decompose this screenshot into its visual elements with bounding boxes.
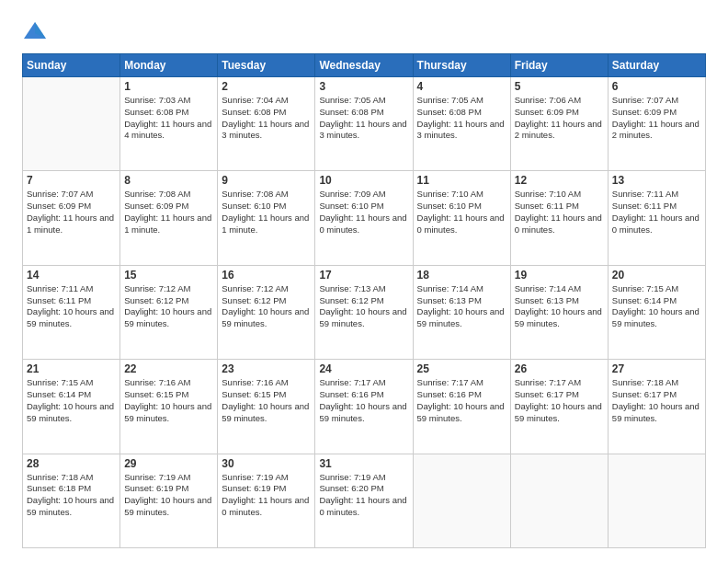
day-info: Sunrise: 7:03 AM Sunset: 6:08 PM Dayligh… [124,95,213,142]
calendar-col-header: Saturday [608,54,705,77]
calendar-cell: 16Sunrise: 7:12 AM Sunset: 6:12 PM Dayli… [218,265,315,359]
day-info: Sunrise: 7:16 AM Sunset: 6:15 PM Dayligh… [124,377,213,424]
day-info: Sunrise: 7:07 AM Sunset: 6:09 PM Dayligh… [612,95,701,142]
calendar-cell [510,454,608,547]
calendar-cell: 23Sunrise: 7:16 AM Sunset: 6:15 PM Dayli… [218,360,315,454]
day-info: Sunrise: 7:14 AM Sunset: 6:13 PM Dayligh… [417,283,506,330]
day-info: Sunrise: 7:19 AM Sunset: 6:19 PM Dayligh… [124,472,213,519]
day-number: 16 [222,269,311,282]
day-info: Sunrise: 7:12 AM Sunset: 6:12 PM Dayligh… [222,283,311,330]
day-number: 11 [417,174,506,187]
day-info: Sunrise: 7:08 AM Sunset: 6:10 PM Dayligh… [222,189,311,236]
calendar-col-header: Monday [120,54,218,77]
day-info: Sunrise: 7:15 AM Sunset: 6:14 PM Dayligh… [612,283,701,330]
calendar-week-row: 14Sunrise: 7:11 AM Sunset: 6:11 PM Dayli… [23,265,706,359]
calendar-cell: 30Sunrise: 7:19 AM Sunset: 6:19 PM Dayli… [218,454,315,547]
day-number: 31 [319,457,408,470]
calendar-header-row: SundayMondayTuesdayWednesdayThursdayFrid… [23,54,706,77]
day-info: Sunrise: 7:19 AM Sunset: 6:20 PM Dayligh… [319,472,408,519]
header [22,18,706,44]
day-number: 5 [515,80,604,93]
day-info: Sunrise: 7:18 AM Sunset: 6:18 PM Dayligh… [27,472,116,519]
calendar-week-row: 7Sunrise: 7:07 AM Sunset: 6:09 PM Daylig… [23,171,706,265]
calendar-cell [413,454,510,547]
calendar-cell: 4Sunrise: 7:05 AM Sunset: 6:08 PM Daylig… [413,77,510,171]
calendar-cell: 25Sunrise: 7:17 AM Sunset: 6:16 PM Dayli… [413,360,510,454]
calendar-cell: 18Sunrise: 7:14 AM Sunset: 6:13 PM Dayli… [413,265,510,359]
day-number: 28 [27,457,116,470]
calendar-cell: 24Sunrise: 7:17 AM Sunset: 6:16 PM Dayli… [315,360,413,454]
logo-icon [22,18,48,44]
day-info: Sunrise: 7:10 AM Sunset: 6:10 PM Dayligh… [417,189,506,236]
day-number: 18 [417,269,506,282]
day-number: 25 [417,362,506,375]
calendar-col-header: Sunday [23,54,120,77]
calendar-cell: 29Sunrise: 7:19 AM Sunset: 6:19 PM Dayli… [120,454,218,547]
day-number: 15 [124,269,213,282]
day-number: 8 [124,174,213,187]
day-info: Sunrise: 7:14 AM Sunset: 6:13 PM Dayligh… [515,283,604,330]
calendar-cell: 28Sunrise: 7:18 AM Sunset: 6:18 PM Dayli… [23,454,120,547]
day-info: Sunrise: 7:17 AM Sunset: 6:17 PM Dayligh… [515,377,604,424]
calendar-week-row: 21Sunrise: 7:15 AM Sunset: 6:14 PM Dayli… [23,360,706,454]
day-info: Sunrise: 7:17 AM Sunset: 6:16 PM Dayligh… [319,377,408,424]
day-number: 30 [222,457,311,470]
day-number: 17 [319,269,408,282]
calendar-table: SundayMondayTuesdayWednesdayThursdayFrid… [22,53,706,548]
day-info: Sunrise: 7:17 AM Sunset: 6:16 PM Dayligh… [417,377,506,424]
day-number: 26 [515,362,604,375]
day-info: Sunrise: 7:07 AM Sunset: 6:09 PM Dayligh… [27,189,116,236]
calendar-cell: 20Sunrise: 7:15 AM Sunset: 6:14 PM Dayli… [608,265,705,359]
day-number: 9 [222,174,311,187]
calendar-col-header: Wednesday [315,54,413,77]
day-number: 4 [417,80,506,93]
calendar-cell: 14Sunrise: 7:11 AM Sunset: 6:11 PM Dayli… [23,265,120,359]
calendar-cell: 19Sunrise: 7:14 AM Sunset: 6:13 PM Dayli… [510,265,608,359]
day-info: Sunrise: 7:05 AM Sunset: 6:08 PM Dayligh… [417,95,506,142]
day-number: 29 [124,457,213,470]
day-number: 21 [27,362,116,375]
calendar-cell: 27Sunrise: 7:18 AM Sunset: 6:17 PM Dayli… [608,360,705,454]
calendar-col-header: Tuesday [218,54,315,77]
day-number: 13 [612,174,701,187]
calendar-cell [608,454,705,547]
calendar-cell: 26Sunrise: 7:17 AM Sunset: 6:17 PM Dayli… [510,360,608,454]
day-info: Sunrise: 7:13 AM Sunset: 6:12 PM Dayligh… [319,283,408,330]
day-number: 20 [612,269,701,282]
day-info: Sunrise: 7:09 AM Sunset: 6:10 PM Dayligh… [319,189,408,236]
day-number: 19 [515,269,604,282]
calendar-cell: 21Sunrise: 7:15 AM Sunset: 6:14 PM Dayli… [23,360,120,454]
day-info: Sunrise: 7:18 AM Sunset: 6:17 PM Dayligh… [612,377,701,424]
day-info: Sunrise: 7:19 AM Sunset: 6:19 PM Dayligh… [222,472,311,519]
day-number: 10 [319,174,408,187]
day-info: Sunrise: 7:10 AM Sunset: 6:11 PM Dayligh… [515,189,604,236]
day-info: Sunrise: 7:04 AM Sunset: 6:08 PM Dayligh… [222,95,311,142]
calendar-cell: 8Sunrise: 7:08 AM Sunset: 6:09 PM Daylig… [120,171,218,265]
calendar-cell: 31Sunrise: 7:19 AM Sunset: 6:20 PM Dayli… [315,454,413,547]
calendar-cell: 15Sunrise: 7:12 AM Sunset: 6:12 PM Dayli… [120,265,218,359]
calendar-cell: 13Sunrise: 7:11 AM Sunset: 6:11 PM Dayli… [608,171,705,265]
calendar-cell: 6Sunrise: 7:07 AM Sunset: 6:09 PM Daylig… [608,77,705,171]
calendar-cell: 10Sunrise: 7:09 AM Sunset: 6:10 PM Dayli… [315,171,413,265]
calendar-cell [23,77,120,171]
calendar-cell: 9Sunrise: 7:08 AM Sunset: 6:10 PM Daylig… [218,171,315,265]
calendar-week-row: 1Sunrise: 7:03 AM Sunset: 6:08 PM Daylig… [23,77,706,171]
day-info: Sunrise: 7:15 AM Sunset: 6:14 PM Dayligh… [27,377,116,424]
day-number: 27 [612,362,701,375]
day-number: 23 [222,362,311,375]
day-info: Sunrise: 7:12 AM Sunset: 6:12 PM Dayligh… [124,283,213,330]
day-number: 6 [612,80,701,93]
day-number: 22 [124,362,213,375]
calendar-week-row: 28Sunrise: 7:18 AM Sunset: 6:18 PM Dayli… [23,454,706,547]
day-info: Sunrise: 7:05 AM Sunset: 6:08 PM Dayligh… [319,95,408,142]
logo [22,18,51,44]
day-info: Sunrise: 7:08 AM Sunset: 6:09 PM Dayligh… [124,189,213,236]
day-number: 2 [222,80,311,93]
day-info: Sunrise: 7:11 AM Sunset: 6:11 PM Dayligh… [612,189,701,236]
day-number: 14 [27,269,116,282]
calendar-cell: 2Sunrise: 7:04 AM Sunset: 6:08 PM Daylig… [218,77,315,171]
calendar-cell: 5Sunrise: 7:06 AM Sunset: 6:09 PM Daylig… [510,77,608,171]
page: SundayMondayTuesdayWednesdayThursdayFrid… [0,0,728,563]
calendar-col-header: Friday [510,54,608,77]
calendar-cell: 1Sunrise: 7:03 AM Sunset: 6:08 PM Daylig… [120,77,218,171]
